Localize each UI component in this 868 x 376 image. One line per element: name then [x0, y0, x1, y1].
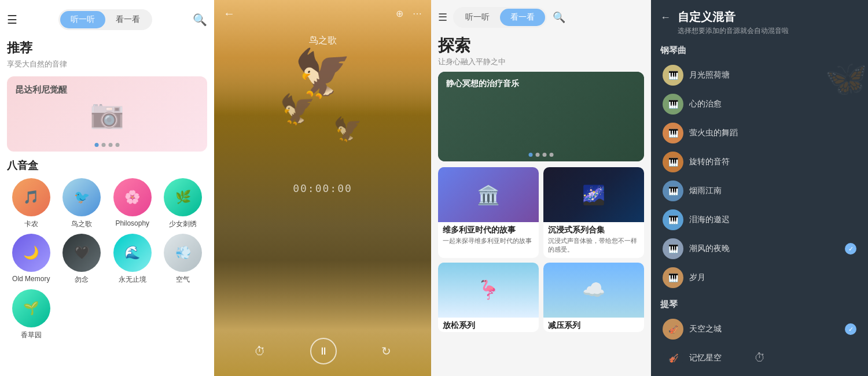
timer-icon[interactable]: ⏱	[254, 345, 266, 358]
featured-label: 静心冥想的治疗音乐	[446, 79, 519, 89]
explore-card-1[interactable]: 🌌 沉浸式系列合集 沉浸式声音体验，带给您不一样的感受。	[543, 167, 644, 258]
recommend-subtitle: 享受大自然的音律	[7, 59, 207, 69]
explore-card-2[interactable]: 🦩 放松系列	[438, 263, 539, 332]
share-icon[interactable]: ⊕	[396, 8, 403, 19]
music-thumb-3: 🌿	[164, 178, 202, 216]
fdot-4	[550, 153, 554, 157]
fdot-3	[543, 153, 547, 157]
piano-item-7[interactable]: 🎹 岁月	[660, 263, 859, 292]
music-item-8[interactable]: 🌱 香草园	[7, 289, 56, 340]
piano-avatar-5: 🎹	[663, 209, 683, 230]
explore-grid: 🏛️ 维多利亚时代的故事 一起来探寻维多利亚时代的故事 🌌 沉浸式系列合集 沉浸…	[438, 167, 644, 258]
piano-item-2[interactable]: 🎹 萤火虫的舞蹈	[660, 119, 859, 148]
music-item-3[interactable]: 🌿 少女刺绣	[159, 178, 208, 229]
menu-icon-p3[interactable]: ☰	[438, 11, 447, 24]
music-label-1: 鸟之歌	[71, 219, 92, 229]
card-title-1: 沉浸式系列合集	[543, 222, 644, 237]
piano-item-6[interactable]: 🎹 潮风的夜晚 ✓	[660, 234, 859, 263]
explore-card-3[interactable]: ☁️ 减压系列	[543, 263, 644, 332]
fdot-1	[529, 153, 533, 157]
piano-item-1[interactable]: 🎹 心的治愈	[660, 90, 859, 119]
explore-title: 探索	[438, 35, 644, 57]
back-icon-mix[interactable]: ←	[660, 12, 671, 24]
music-label-6: 永无止境	[119, 275, 146, 285]
tab-see-p3[interactable]: 看一看	[500, 9, 545, 26]
piano-list: 🎹 月光照荷塘 🎹 心的治愈 🎹 萤火虫的舞蹈 🎹 旋转的音符 🎹 烟雨江南 🎹…	[660, 61, 859, 292]
panel4-header: ← 自定义混音 选择想要添加的音源就会自动混音啦	[660, 9, 859, 36]
banner-card[interactable]: 昆达利尼觉醒 📷	[7, 76, 207, 152]
music-label-2: Philosophy	[115, 219, 149, 227]
music-thumb-5: 🖤	[62, 234, 101, 272]
menu-icon[interactable]: ☰	[7, 13, 17, 27]
tab-see-p1[interactable]: 看一看	[105, 11, 150, 28]
music-item-2[interactable]: 🌸 Philosophy	[108, 178, 157, 229]
bottom-icon: ⏱	[754, 351, 766, 364]
featured-banner[interactable]: 静心冥想的治疗音乐	[438, 72, 644, 161]
search-icon-p1[interactable]: 🔍	[193, 13, 207, 27]
vcheck-icon-0: ✓	[845, 323, 856, 335]
search-icon-p3[interactable]: 🔍	[553, 11, 565, 24]
fdot-2	[536, 153, 540, 157]
back-icon-player[interactable]: ←	[223, 7, 235, 20]
music-label-5: 勿念	[75, 275, 89, 285]
tab-listen-p1[interactable]: 听一听	[60, 11, 105, 28]
camera-icon: 📷	[90, 98, 124, 130]
violin-avatar-0: 🎻	[663, 319, 683, 340]
check-icon-6: ✓	[845, 243, 856, 255]
violin-item-0[interactable]: 🎻 天空之城 ✓	[660, 315, 859, 344]
piano-item-5[interactable]: 🎹 泪海的邀迟	[660, 205, 859, 234]
music-item-7[interactable]: 💨 空气	[159, 234, 208, 285]
explore-title-group: ☰ 听一听 看一看 🔍	[438, 7, 565, 29]
music-thumb-8: 🌱	[12, 289, 50, 327]
player-controls-bottom: ⏱ ⏸ ↻	[214, 338, 431, 364]
piano-name-7: 岁月	[689, 272, 856, 283]
piano-name-0: 月光照荷塘	[689, 70, 856, 80]
custom-subtitle: 选择想要添加的音源就会自动混音啦	[678, 26, 789, 36]
repeat-icon[interactable]: ↻	[381, 344, 391, 358]
dot-1	[95, 143, 99, 147]
custom-title: 自定义混音	[678, 9, 789, 25]
tab-group: 听一听 看一看	[58, 9, 152, 30]
song-title: 鸟之歌	[214, 35, 431, 47]
violin-item-2[interactable]: 🎻 流星之夜	[660, 373, 859, 376]
card-img-3: ☁️	[543, 263, 644, 318]
violin-name-1: 记忆星空	[689, 353, 856, 363]
explore-card-0[interactable]: 🏛️ 维多利亚时代的故事 一起来探寻维多利亚时代的故事	[438, 167, 539, 258]
music-label-4: Old Memory	[12, 275, 50, 283]
music-thumb-4: 🌙	[12, 234, 50, 272]
piano-name-5: 泪海的邀迟	[689, 215, 856, 225]
piano-avatar-1: 🎹	[663, 94, 683, 115]
piano-item-0[interactable]: 🎹 月光照荷塘	[660, 61, 859, 90]
music-item-1[interactable]: 🐦 鸟之歌	[58, 178, 106, 229]
panel-custom-mix: 🦋 ← 自定义混音 选择想要添加的音源就会自动混音啦 钢琴曲 🎹 月光照荷塘 🎹…	[651, 0, 868, 376]
panel1-header: ☰ 听一听 看一看 🔍	[7, 9, 207, 30]
music-thumb-2: 🌸	[113, 178, 152, 216]
music-item-4[interactable]: 🌙 Old Memory	[7, 234, 56, 285]
section-violin: 提琴	[660, 299, 859, 310]
piano-name-6: 潮风的夜晚	[689, 244, 845, 254]
piano-avatar-7: 🎹	[663, 267, 683, 288]
music-thumb-6: 🌊	[113, 234, 152, 272]
piano-avatar-0: 🎹	[663, 65, 683, 86]
piano-item-3[interactable]: 🎹 旋转的音符	[660, 148, 859, 176]
panel3-header: ☰ 听一听 看一看 🔍	[438, 7, 644, 29]
more-icon[interactable]: ⋯	[413, 8, 422, 19]
recommend-title: 推荐	[7, 39, 207, 57]
music-thumb-0: 🎵	[12, 178, 50, 216]
piano-item-4[interactable]: 🎹 烟雨江南	[660, 176, 859, 205]
banner-dots	[95, 143, 120, 147]
piano-name-3: 旋转的音符	[689, 157, 856, 167]
music-item-5[interactable]: 🖤 勿念	[58, 234, 106, 285]
banner-text: 昆达利尼觉醒	[15, 84, 67, 95]
music-grid: 🎵 卡农 🐦 鸟之歌 🌸 Philosophy 🌿 少女刺绣 🌙 Old Mem…	[7, 178, 207, 340]
bird-image-2: 🦅	[279, 93, 315, 126]
music-item-0[interactable]: 🎵 卡农	[7, 178, 56, 229]
violin-name-0: 天空之城	[689, 324, 845, 334]
tab-listen-p3[interactable]: 听一听	[455, 9, 500, 26]
tab-group-p3: 听一听 看一看	[453, 7, 547, 28]
player-timer: 00:00:00	[293, 182, 352, 194]
piano-avatar-4: 🎹	[663, 180, 683, 201]
play-pause-button[interactable]: ⏸	[310, 338, 337, 364]
music-item-6[interactable]: 🌊 永无止境	[108, 234, 157, 285]
violin-avatar-1: 🎻	[663, 348, 683, 368]
